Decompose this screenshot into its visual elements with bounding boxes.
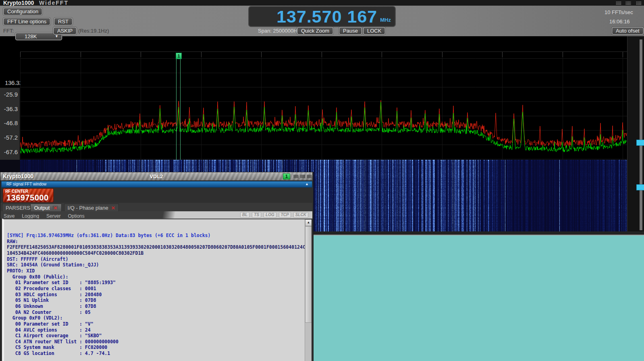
output-line: [SYNC] Frq:136.974639MHz (ofs:361.0Hz) D… bbox=[7, 233, 305, 239]
output-line: Group 0xF0 (VDL2): bbox=[7, 315, 305, 321]
db-tick-label: -36.3 bbox=[0, 105, 18, 112]
flag-slck: SLCK bbox=[293, 212, 308, 218]
app-title: Krypto1000 bbox=[3, 0, 34, 6]
tab-output[interactable]: Output✕ bbox=[30, 204, 62, 212]
output-line: 02 Procedure classes : 0001 bbox=[7, 286, 305, 292]
vdl2-title-bar[interactable]: Krypto1000 VDL2 1 bbox=[0, 172, 312, 180]
output-line: C4 ATN router NET list : 000000000000 bbox=[7, 339, 305, 345]
vdl2-window-caption: VDL2 bbox=[0, 173, 312, 179]
frequency-display[interactable]: 137.570 167 MHz bbox=[249, 6, 395, 27]
vdl2-window: Krypto1000 VDL2 1 RF signal FFT window ▲… bbox=[0, 172, 314, 361]
close-icon[interactable]: ✕ bbox=[52, 206, 58, 210]
askip-button[interactable]: ASKIP bbox=[53, 27, 77, 35]
output-line: 104534B424FC406000000000000C504FC020000C… bbox=[7, 250, 305, 256]
app-logo: WideFFT bbox=[39, 0, 69, 6]
ffts-per-sec-label: 10 FFTs/sec bbox=[605, 9, 633, 15]
rf-center-display[interactable]: RF CENTER 136975000 Hz bbox=[3, 188, 54, 202]
output-scrollbar[interactable]: ▲ bbox=[305, 219, 312, 361]
output-line: PROTO: XID bbox=[7, 268, 305, 274]
output-line: C1 Airport coverage : "SKBO" bbox=[7, 333, 305, 339]
close-icon[interactable] bbox=[636, 1, 642, 5]
configuration-button[interactable]: Configuration bbox=[3, 8, 42, 15]
menu-bar: SaveLoggingServerOptions BLTSLOGTCPSLCK bbox=[0, 211, 312, 219]
db-tick-label: -25.9 bbox=[0, 91, 18, 98]
collapse-icon[interactable]: ▲ bbox=[305, 182, 309, 186]
flag-bl: BL bbox=[240, 212, 249, 218]
span-label: Span: 2500000Hz bbox=[258, 28, 300, 34]
resolution-label: (Res:19.1Hz) bbox=[78, 28, 109, 34]
output-line: 04 AVLC options : 24 bbox=[7, 327, 305, 333]
frequency-value: 137.570 167 bbox=[276, 8, 377, 25]
level-handle-upper[interactable] bbox=[636, 140, 644, 146]
lock-button[interactable]: LOCK bbox=[363, 27, 385, 35]
close-icon[interactable] bbox=[307, 175, 312, 178]
output-line: 01 Parameter set ID : "8885:1993" bbox=[7, 280, 305, 286]
level-handle-lower[interactable] bbox=[636, 184, 644, 190]
output-line: SRC: 10454A (Ground Station:_QJJ) bbox=[7, 262, 305, 268]
output-line: 05 N1 Uplink : 07D8 bbox=[7, 297, 305, 303]
fft-size-value: 128K bbox=[25, 33, 37, 40]
tab-parsers[interactable]: PARSERS bbox=[2, 204, 34, 212]
maximize-icon[interactable] bbox=[300, 175, 305, 178]
output-line: 03 HDLC options : 208480 bbox=[7, 292, 305, 298]
db-tick-label: -57.2 bbox=[0, 134, 18, 141]
fft-line-options-button[interactable]: FFT Line options bbox=[3, 18, 50, 25]
menu-item-options[interactable]: Options bbox=[68, 213, 84, 219]
flag-tcp: TCP bbox=[279, 212, 291, 218]
fft-size-label: FFT: bbox=[3, 28, 14, 34]
frequency-unit: MHz bbox=[380, 17, 391, 23]
output-line: 06 Unknown : 07D8 bbox=[7, 303, 305, 309]
rf-fft-section-header[interactable]: RF signal FFT window ▲ bbox=[1, 181, 312, 188]
auto-ofset-button[interactable]: Auto ofset bbox=[612, 27, 644, 35]
output-line: 00 Parameter set ID : "V" bbox=[7, 321, 305, 327]
time-label: 16:06:16 bbox=[609, 19, 630, 25]
status-flags: BLTSLOGTCPSLCK bbox=[240, 212, 308, 218]
menu-item-server[interactable]: Server bbox=[46, 213, 60, 219]
menu-item-save[interactable]: Save bbox=[4, 213, 15, 219]
db-tick-label: -67.6 bbox=[0, 149, 18, 155]
rst-button[interactable]: RST bbox=[54, 18, 73, 25]
spectrum-canvas[interactable] bbox=[20, 52, 627, 160]
scroll-up-icon[interactable]: ▲ bbox=[305, 219, 312, 226]
minimize-icon[interactable] bbox=[616, 1, 621, 5]
menu-item-logging[interactable]: Logging bbox=[22, 213, 39, 219]
minimize-icon[interactable] bbox=[293, 175, 299, 178]
output-line: Group 0x80 (Public): bbox=[7, 274, 305, 280]
main-toolbar: Configuration FFT Line options RST FFT: … bbox=[0, 6, 644, 36]
section-header-label: RF signal FFT window bbox=[6, 182, 46, 186]
output-line: F2FEFEFE14825053AF8280001F0109383838353A… bbox=[7, 244, 305, 250]
db-tick-label: -46.8 bbox=[0, 120, 18, 126]
scrollbar-track[interactable] bbox=[640, 39, 642, 230]
tab-bar: PARSERSOutput✕I/Q - Phase plane✕ bbox=[0, 203, 312, 211]
tab-i-q-phase-plane[interactable]: I/Q - Phase plane✕ bbox=[64, 204, 119, 212]
tab-label: PARSERS bbox=[6, 205, 30, 211]
output-line: RAW: bbox=[7, 239, 305, 245]
output-line: DST: FFFFFF (Aircraft) bbox=[7, 256, 305, 262]
flag-log: LOG bbox=[264, 212, 276, 218]
output-line: 0A N2 Counter : 05 bbox=[7, 309, 305, 316]
tab-label: Output bbox=[34, 205, 50, 211]
output-pane[interactable]: [SYNC] Frq:136.974639MHz (ofs:361.0Hz) D… bbox=[2, 219, 312, 361]
main-title-bar[interactable]: Krypto1000 WideFFT bbox=[0, 0, 644, 6]
marker-1-label: 1 bbox=[176, 53, 182, 59]
quick-zoom-button[interactable]: Quick Zoom bbox=[297, 27, 333, 35]
pause-button[interactable]: Pause bbox=[339, 27, 362, 35]
close-icon[interactable]: ✕ bbox=[111, 205, 115, 211]
output-line: C8 GS location : 4.7 -74.1 bbox=[7, 351, 305, 357]
tab-label: I/Q - Phase plane bbox=[68, 205, 108, 211]
scrollbar-thumb[interactable] bbox=[305, 226, 312, 323]
output-line: C5 System mask : FC020000 bbox=[7, 344, 305, 351]
channel-badge: 1 bbox=[283, 173, 290, 179]
flag-ts: TS bbox=[252, 212, 261, 218]
right-scroll-panel bbox=[627, 36, 644, 235]
maximize-icon[interactable] bbox=[625, 1, 631, 5]
output-text: [SYNC] Frq:136.974639MHz (ofs:361.0Hz) D… bbox=[7, 233, 305, 357]
